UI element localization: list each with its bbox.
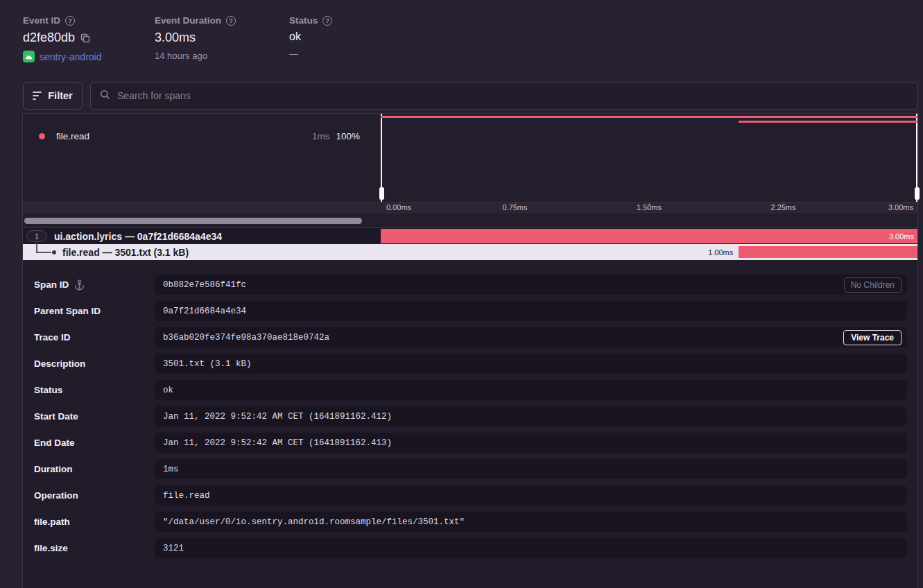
ops-breakdown-row[interactable]: file.read 1ms 100% — [23, 129, 381, 143]
detail-row: Parent Span ID0a7f21d6684a4e34 — [34, 301, 907, 321]
trace-view: file.read 1ms 100% 0.00ms0.75ms1.50ms2.2… — [22, 113, 918, 588]
detail-row: file.path"/data/user/0/io.sentry.android… — [34, 512, 907, 532]
event-duration-value: 3.00ms — [155, 31, 196, 45]
detail-label: Description — [34, 358, 155, 369]
status-label-text: Status — [289, 15, 318, 26]
toolbar: Filter — [23, 82, 918, 110]
span-tree-scrollbar-track — [23, 214, 917, 228]
detail-value: 1ms — [155, 459, 907, 479]
detail-label: Span ID — [34, 279, 155, 291]
op-percent: 100% — [336, 131, 360, 141]
detail-value: "/data/user/0/io.sentry.android.roomsamp… — [155, 512, 907, 532]
span-row[interactable]: 1ui.action.lyrics — 0a7f21d6684a4e343.00… — [23, 228, 917, 244]
axis-tick-label: 1.50ms — [637, 203, 662, 211]
span-row-label-cell: 1ui.action.lyrics — 0a7f21d6684a4e34 — [23, 228, 381, 244]
span-duration-bar — [739, 246, 917, 258]
event-duration-ago: 14 hours ago — [155, 51, 207, 61]
tree-connector — [36, 252, 51, 253]
span-details-panel: Span ID0b882e7e586f41fcNo ChildrenParent… — [23, 260, 917, 588]
span-children-badge[interactable]: 1 — [26, 230, 47, 242]
ops-breakdown-panel: file.read 1ms 100% — [23, 114, 381, 202]
no-children-badge[interactable]: No Children — [844, 277, 902, 293]
event-duration-label: Event Duration ? — [155, 15, 236, 26]
event-id-column: Event ID ? d2fe80db sentry-android — [23, 15, 102, 62]
detail-row: Duration1ms — [34, 459, 907, 479]
status-sub: — — [289, 49, 298, 59]
tree-leaf-dot — [52, 250, 56, 254]
view-trace-button[interactable]: View Trace — [843, 330, 902, 345]
span-row[interactable]: file.read — 3501.txt (3.1 kB)1.00ms — [23, 244, 917, 260]
minimap-span-bar — [381, 116, 917, 118]
detail-value: 0b882e7e586f41fcNo Children — [155, 275, 907, 295]
span-row-title: ui.action.lyrics — 0a7f21d6684a4e34 — [54, 231, 222, 242]
detail-label: file.path — [34, 517, 155, 527]
help-icon[interactable]: ? — [65, 16, 75, 26]
detail-row: Start DateJan 11, 2022 9:52:42 AM CET (1… — [34, 406, 907, 426]
span-row-track: 3.00ms — [381, 228, 917, 244]
search-icon — [100, 89, 110, 103]
search-box — [90, 82, 918, 110]
help-icon[interactable]: ? — [322, 16, 332, 26]
event-duration-label-text: Event Duration — [155, 15, 221, 26]
detail-row: Trace IDb36ab020fe374fe98a370ae818e0742a… — [34, 327, 907, 347]
axis-tick-label: 0.00ms — [386, 203, 411, 211]
detail-label: Start Date — [34, 411, 155, 422]
anchor-icon[interactable] — [74, 279, 85, 291]
detail-value: 3121 — [155, 538, 907, 558]
detail-label: Operation — [34, 490, 155, 501]
span-duration-bar: 3.00ms — [381, 229, 917, 243]
event-duration-column: Event Duration ? 3.00ms 14 hours ago — [155, 15, 236, 61]
help-icon[interactable]: ? — [226, 16, 236, 26]
status-column: Status ? ok — — [289, 15, 332, 59]
minimap-left-handle[interactable] — [379, 187, 384, 200]
status-label: Status ? — [289, 15, 332, 26]
filter-icon — [33, 92, 42, 100]
detail-value: ok — [155, 380, 907, 400]
event-id-label: Event ID ? — [23, 15, 102, 26]
detail-value: b36ab020fe374fe98a370ae818e0742aView Tra… — [155, 327, 907, 347]
copy-icon[interactable] — [80, 33, 90, 43]
filter-button[interactable]: Filter — [23, 82, 83, 110]
op-duration: 1ms — [312, 131, 330, 141]
span-tree-scrollbar[interactable] — [24, 218, 362, 224]
minimap-span-bar — [739, 121, 917, 123]
detail-row: Span ID0b882e7e586f41fcNo Children — [34, 275, 907, 295]
axis-tick-label: 2.25ms — [770, 203, 795, 211]
time-axis: 0.00ms0.75ms1.50ms2.25ms3.00ms — [23, 202, 917, 214]
event-id-value: d2fe80db — [23, 31, 75, 45]
detail-label: Parent Span ID — [34, 306, 155, 316]
event-id-label-text: Event ID — [23, 15, 60, 26]
detail-value: file.read — [155, 485, 907, 505]
detail-label: Status — [34, 385, 155, 395]
detail-row: Description3501.txt (3.1 kB) — [34, 354, 907, 374]
op-color-dot — [39, 133, 45, 139]
detail-value: 0a7f21d6684a4e34 — [155, 301, 907, 321]
trace-minimap[interactable]: file.read 1ms 100% — [23, 114, 917, 202]
detail-value: Jan 11, 2022 9:52:42 AM CET (1641891162.… — [155, 433, 907, 453]
status-value: ok — [289, 31, 301, 43]
detail-label: Trace ID — [34, 332, 155, 343]
detail-label: End Date — [34, 438, 155, 448]
search-input[interactable] — [117, 90, 908, 101]
detail-row: Operationfile.read — [34, 485, 907, 505]
minimap-timeline[interactable] — [381, 114, 917, 202]
minimap-right-handle[interactable] — [915, 187, 920, 200]
axis-tick-label: 0.75ms — [502, 203, 527, 211]
detail-value: 3501.txt (3.1 kB) — [155, 354, 907, 374]
detail-row: End DateJan 11, 2022 9:52:42 AM CET (164… — [34, 433, 907, 453]
span-row-label-cell: file.read — 3501.txt (3.1 kB) — [23, 244, 381, 260]
filter-button-label: Filter — [48, 90, 72, 101]
span-duration-label: 3.00ms — [889, 232, 914, 241]
span-row-title: file.read — 3501.txt (3.1 kB) — [62, 247, 189, 258]
detail-row: file.size3121 — [34, 538, 907, 558]
span-row-track: 1.00ms — [381, 244, 917, 260]
detail-row: Statusok — [34, 380, 907, 400]
axis-tick-label: 3.00ms — [888, 203, 913, 211]
op-name: file.read — [56, 131, 89, 141]
detail-label: file.size — [34, 543, 155, 553]
span-duration-label: 1.00ms — [708, 248, 733, 257]
project-link[interactable]: sentry-android — [40, 51, 102, 62]
android-platform-icon — [23, 51, 35, 62]
detail-value: Jan 11, 2022 9:52:42 AM CET (1641891162.… — [155, 406, 907, 426]
detail-label: Duration — [34, 464, 155, 474]
